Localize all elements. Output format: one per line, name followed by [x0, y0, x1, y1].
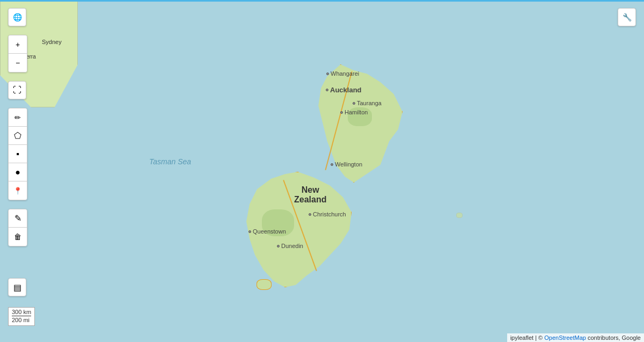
edit-icon: ✎ [14, 213, 21, 223]
fullscreen-button[interactable]: ⛶ [8, 81, 26, 99]
zoom-in-button[interactable]: + [9, 35, 27, 54]
queenstown-dot [248, 230, 251, 233]
map-container: Sydney Canberra Tasman Sea NewZealand Wh… [0, 0, 644, 342]
nz-stewart-island [257, 279, 272, 290]
edit-button[interactable]: ✎ [9, 209, 27, 228]
draw-circle-button[interactable]: ● [9, 163, 27, 181]
attribution-osm-link[interactable]: OpenStreetMap [544, 334, 586, 341]
attribution-ipyleaflet: ipyleaflet | © [510, 334, 545, 341]
attribution: ipyleaflet | © OpenStreetMap contributor… [507, 333, 644, 342]
delete-button[interactable]: 🗑 [9, 228, 27, 246]
scale-bar: 300 km 200 mi [8, 307, 35, 326]
chatham-island [456, 213, 463, 218]
tasman-sea-label: Tasman Sea [149, 157, 191, 166]
zoom-group: + − [8, 35, 27, 72]
globe-icon: 🌐 [13, 13, 22, 21]
draw-line-button[interactable]: ✏ [9, 108, 27, 127]
zoom-out-button[interactable]: − [9, 54, 27, 72]
draw-circle-icon: ● [15, 168, 20, 177]
settings-button-container: 🔧 [618, 8, 636, 26]
queenstown-label: Queenstown [248, 228, 286, 235]
map-background[interactable] [0, 0, 644, 342]
christchurch-label: Christchurch [309, 211, 346, 217]
draw-polygon-icon: ⬠ [14, 130, 21, 141]
tauranga-dot [353, 102, 355, 105]
settings-button[interactable]: 🔧 [618, 8, 636, 26]
dunedin-dot [277, 245, 280, 248]
draw-rectangle-button[interactable]: ▪ [9, 145, 27, 163]
dunedin-label: Dunedin [277, 243, 303, 249]
wellington-dot [331, 163, 333, 166]
scale-200mi: 200 mi [12, 317, 31, 324]
layers-button[interactable]: ▤ [8, 278, 26, 296]
draw-rectangle-icon: ▪ [16, 149, 19, 159]
attribution-rest: contributors, Google [588, 334, 641, 341]
hamilton-dot [340, 111, 343, 114]
draw-polygon-button[interactable]: ⬠ [9, 127, 27, 145]
zoom-in-icon: + [16, 40, 20, 49]
scale-300km: 300 km [12, 309, 31, 316]
whangarei-dot [326, 72, 329, 75]
draw-marker-button[interactable]: 📍 [9, 181, 27, 200]
toolbar-left: 🌐 + − ⛶ ✏ ⬠ ▪ [8, 8, 27, 246]
zoom-out-icon: − [16, 59, 20, 67]
auckland-label: Auckland [326, 86, 362, 94]
hamilton-label: Hamilton [340, 109, 368, 115]
layers-button-container: ▤ [8, 278, 26, 296]
globe-button[interactable]: 🌐 [8, 8, 26, 26]
new-zealand-label: NewZealand [294, 185, 326, 205]
delete-icon: 🗑 [14, 232, 21, 241]
layers-icon: ▤ [13, 282, 21, 293]
wrench-icon: 🔧 [623, 13, 632, 21]
fullscreen-icon: ⛶ [13, 85, 21, 95]
draw-line-icon: ✏ [14, 113, 21, 122]
tauranga-label: Tauranga [353, 100, 382, 106]
top-border [0, 0, 644, 2]
auckland-dot [326, 89, 328, 91]
draw-tools-group: ✏ ⬠ ▪ ● 📍 [8, 108, 27, 200]
christchurch-dot [309, 213, 311, 216]
wellington-label: Wellington [331, 161, 362, 168]
draw-marker-icon: 📍 [13, 187, 22, 195]
whangarei-label: Whangarei [326, 70, 359, 77]
edit-delete-group: ✎ 🗑 [8, 209, 27, 246]
